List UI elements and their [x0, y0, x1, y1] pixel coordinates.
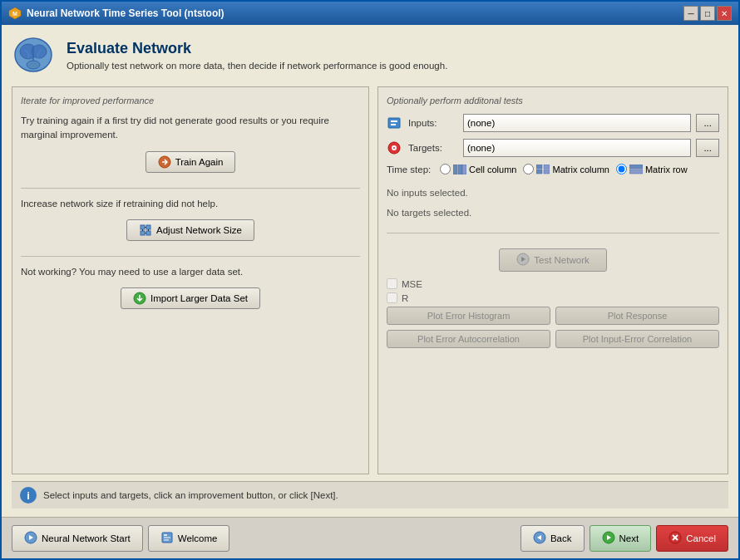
neural-network-start-button[interactable]: Neural Network Start [12, 525, 143, 552]
plot-buttons-row-1: Plot Error Histogram Plot Response [387, 307, 719, 325]
status-bar: i Select inputs and targets, click an im… [12, 481, 728, 508]
train-section: Try training again if a first try did no… [21, 114, 360, 176]
maximize-button[interactable]: □ [700, 6, 715, 21]
test-network-button[interactable]: Test Network [499, 248, 606, 272]
matrix-row-option[interactable]: Matrix row [616, 164, 688, 174]
targets-combo-wrapper: (none) [463, 139, 691, 157]
plot-error-histogram-button[interactable]: Plot Error Histogram [387, 307, 550, 325]
app-icon: M [8, 7, 22, 20]
svg-rect-18 [391, 124, 396, 125]
cell-column-radio[interactable] [440, 164, 451, 174]
back-label: Back [550, 533, 572, 543]
matrix-column-radio[interactable] [523, 164, 534, 174]
test-network-icon [516, 253, 530, 268]
no-targets-text: No targets selected. [387, 208, 719, 218]
r-checkbox[interactable] [387, 292, 397, 303]
welcome-label: Welcome [178, 533, 218, 543]
inputs-label: Inputs: [408, 118, 458, 128]
page-header: Evaluate Network Optionally test network… [12, 33, 728, 76]
plot-buttons-row-2: Plot Error Autocorrelation Plot Input-Er… [387, 330, 719, 348]
page-title: Evaluate Network [67, 40, 447, 57]
timestep-radio-group: Cell column Matrix column [440, 164, 688, 174]
import-label: Import Larger Data Set [150, 293, 248, 303]
svg-rect-22 [453, 165, 457, 174]
matrix-column-option[interactable]: Matrix column [523, 164, 609, 174]
import-data-button[interactable]: Import Larger Data Set [121, 287, 260, 309]
left-panel-title: Iterate for improved performance [21, 96, 360, 106]
timestep-label: Time step: [387, 165, 437, 174]
svg-rect-10 [146, 231, 150, 235]
plot-error-autocorrelation-button[interactable]: Plot Error Autocorrelation [387, 330, 550, 348]
window-controls: ─ □ ✕ [683, 6, 732, 21]
import-section-text: Not working? You may need to use a large… [21, 265, 360, 279]
cancel-button[interactable]: Cancel [656, 525, 728, 552]
train-again-icon [158, 155, 171, 169]
svg-rect-29 [629, 165, 643, 169]
divider-2 [21, 256, 360, 257]
divider-1 [21, 188, 360, 189]
inputs-row: Inputs: (none) ... [387, 114, 719, 132]
mse-label: MSE [402, 279, 422, 289]
svg-rect-25 [536, 165, 542, 169]
matrix-row-icon [629, 165, 643, 174]
adjust-network-row: Adjust Network Size [21, 219, 360, 244]
svg-point-21 [393, 147, 395, 149]
status-text: Select inputs and targets, click an impr… [43, 490, 338, 500]
svg-point-5 [27, 61, 40, 69]
adjust-network-icon [139, 224, 152, 237]
targets-select[interactable]: (none) [463, 139, 691, 157]
mse-checkbox-row: MSE [387, 278, 719, 289]
svg-text:M: M [12, 11, 17, 17]
right-panel: Optionally perform additonal tests Input… [377, 86, 728, 474]
inputs-browse-button[interactable]: ... [696, 114, 719, 132]
adjust-section: Increase network size if retraining did … [21, 197, 360, 244]
main-panels: Iterate for improved performance Try tra… [12, 86, 728, 474]
svg-rect-8 [146, 225, 150, 229]
welcome-button[interactable]: Welcome [148, 525, 230, 552]
adjust-network-label: Adjust Network Size [156, 225, 242, 235]
plot-input-error-correlation-button[interactable]: Plot Input-Error Correlation [555, 330, 719, 348]
timestep-row: Time step: Cell column [387, 164, 719, 174]
adjust-section-text: Increase network size if retraining did … [21, 197, 360, 211]
svg-rect-28 [544, 169, 550, 174]
minimize-button[interactable]: ─ [683, 6, 698, 21]
train-again-button[interactable]: Train Again [146, 151, 236, 173]
matrix-row-label: Matrix row [645, 165, 688, 174]
right-panel-title: Optionally perform additonal tests [387, 96, 719, 106]
import-icon [133, 292, 146, 305]
svg-rect-26 [536, 169, 542, 174]
neural-network-start-label: Neural Network Start [42, 533, 131, 543]
next-button[interactable]: Next [590, 525, 652, 552]
svg-rect-24 [462, 165, 466, 174]
train-section-text: Try training again if a first try did no… [21, 114, 360, 143]
next-icon [602, 531, 615, 546]
neural-network-start-icon [24, 531, 37, 546]
svg-rect-23 [458, 165, 462, 174]
status-icon: i [20, 487, 37, 504]
inputs-icon [387, 115, 402, 130]
svg-rect-17 [391, 120, 397, 122]
back-icon [533, 531, 546, 546]
no-inputs-text: No inputs selected. [387, 188, 719, 198]
targets-icon [387, 140, 402, 155]
content-area: Evaluate Network Optionally test network… [2, 25, 738, 517]
plot-response-button[interactable]: Plot Response [555, 307, 719, 325]
back-button[interactable]: Back [520, 525, 585, 552]
matrix-column-label: Matrix column [552, 165, 609, 174]
mse-checkbox[interactable] [387, 278, 397, 289]
close-button[interactable]: ✕ [717, 6, 732, 21]
title-bar-left: M Neural Network Time Series Tool (ntsto… [8, 7, 224, 20]
targets-browse-button[interactable]: ... [696, 139, 719, 157]
inputs-select[interactable]: (none) [463, 114, 691, 132]
r-label: R [402, 293, 408, 303]
matrix-column-icon [536, 165, 550, 174]
page-subtitle: Optionally test network on more data, th… [67, 61, 447, 71]
svg-rect-30 [629, 169, 643, 174]
right-divider [387, 233, 719, 233]
matrix-row-radio[interactable] [616, 164, 627, 174]
header-text: Evaluate Network Optionally test network… [67, 40, 447, 71]
cell-column-option[interactable]: Cell column [440, 164, 516, 174]
window-title: Neural Network Time Series Tool (ntstool… [27, 7, 224, 19]
adjust-network-button[interactable]: Adjust Network Size [126, 219, 254, 241]
left-panel: Iterate for improved performance Try tra… [12, 86, 369, 474]
